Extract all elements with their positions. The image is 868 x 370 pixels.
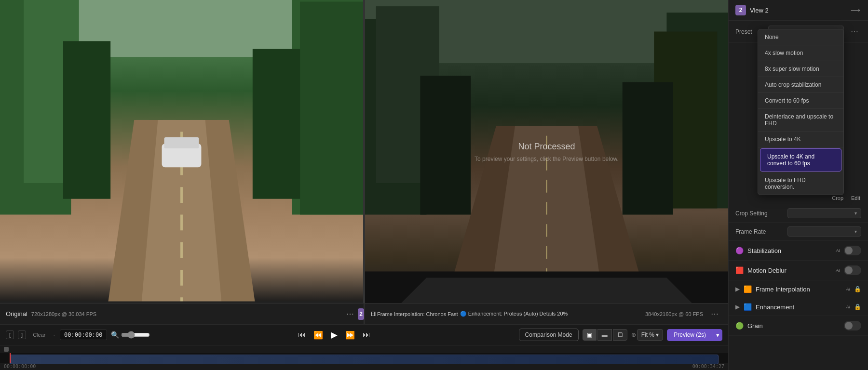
view-mode-buttons: ▣ ▬ ⧠ <box>583 329 627 341</box>
step-back-button[interactable]: ⏪ <box>311 329 326 342</box>
controls-bar: [ ] Clear · 00:00:00:00 🔍 ⏮ ⏪ ▶ ⏩ ⏭ Comp… <box>0 324 728 345</box>
timeline-start: 00:00:00:00 <box>4 364 36 369</box>
frame-interpolation-label: Frame Interpolation <box>756 286 842 293</box>
stabilization-toggle[interactable] <box>844 246 861 255</box>
menu-item-upscale-4k[interactable]: Upscale to 4K <box>758 132 843 147</box>
right-video-info: 🎞 Frame Interpolation: Chronos Fast 🔵 En… <box>364 304 728 324</box>
motion-deblur-toggle[interactable] <box>844 265 861 275</box>
timecode-display[interactable]: 00:00:00:00 <box>60 330 107 340</box>
menu-item-4x-slow[interactable]: 4x slow motion <box>758 45 843 61</box>
frame-interp-icon: 🟧 <box>744 285 752 293</box>
svg-marker-25 <box>401 278 692 303</box>
right-panel-resolution: 3840x2160px @ 60 FPS <box>645 311 703 317</box>
video-info-bar: Original 720x1280px @ 30.034 FPS ⋯ 2 🎞 F… <box>0 303 728 324</box>
view-single-button[interactable]: ▬ <box>597 329 612 341</box>
timeline-clip <box>10 355 719 364</box>
left-panel-resolution: 720x1280px @ 30.034 FPS <box>31 311 96 317</box>
timeline-playhead <box>10 353 11 363</box>
zoom-slider[interactable] <box>121 331 150 339</box>
left-panel-label: Original <box>6 310 27 317</box>
skip-end-button[interactable]: ⏭ <box>360 329 373 341</box>
settings-view-title: View 2 <box>750 7 846 14</box>
left-video-info: Original 720x1280px @ 30.034 FPS ⋯ <box>0 304 364 324</box>
menu-item-60fps[interactable]: Convert to 60 fps <box>758 93 843 109</box>
motion-deblur-ai-badge: AI <box>836 268 840 273</box>
skip-start-button[interactable]: ⏮ <box>295 329 309 341</box>
stabilization-label: Stabilization <box>747 247 832 254</box>
bracket-open-button[interactable]: [ <box>6 330 14 339</box>
enhancement-ai-badge: AI <box>846 304 850 309</box>
crop-action-button[interactable]: Crop <box>828 194 847 202</box>
bracket-close-button[interactable]: ] <box>18 330 26 339</box>
frame-interp-ai-badge: AI <box>846 287 850 291</box>
clear-button[interactable]: Clear <box>30 331 48 339</box>
crop-setting-row: Crop Setting ▾ <box>729 204 868 223</box>
timeline-header <box>0 345 728 353</box>
svg-rect-23 <box>623 82 673 214</box>
left-panel-menu-button[interactable]: ⋯ <box>342 307 358 320</box>
enhancement-label: Enhancement <box>756 304 842 311</box>
frame-interp-chevron: ▶ <box>735 286 740 292</box>
video-panels: 1 <box>0 0 728 303</box>
stabilization-section[interactable]: 🟣 Stabilization AI <box>729 241 868 261</box>
menu-item-upscale-fhd[interactable]: Upscale to FHD conversion. <box>758 172 843 195</box>
crop-setting-label: Crop Setting <box>735 210 784 217</box>
step-forward-button[interactable]: ⏩ <box>342 329 358 342</box>
timeline: 00:00:00:00 00:00:34:27 <box>0 345 728 370</box>
right-video-panel: 2 <box>365 0 728 303</box>
frame-rate-value: ▾ <box>787 226 861 237</box>
timeline-track[interactable] <box>0 353 728 363</box>
zoom-icon: 🔍 <box>111 331 119 339</box>
not-processed-subtitle: To preview your settings, click the Prev… <box>475 155 619 162</box>
play-button[interactable]: ▶ <box>328 328 340 342</box>
grain-label: Grain <box>747 322 840 330</box>
svg-rect-10 <box>63 41 110 198</box>
not-processed-title: Not Processed <box>475 141 619 151</box>
stabilization-ai-badge: AI <box>836 248 840 253</box>
comparison-mode-button[interactable]: Comparison Mode <box>519 329 579 341</box>
menu-item-8x-slow[interactable]: 8x super slow motion <box>758 61 843 77</box>
edit-action-button[interactable]: Edit <box>847 194 864 202</box>
right-panel-menu-button[interactable]: ⋯ <box>707 307 722 320</box>
frame-interpolation-section[interactable]: ▶ 🟧 Frame Interpolation AI 🔒 <box>729 280 868 298</box>
grain-toggle[interactable] <box>844 321 861 330</box>
left-video-svg <box>0 0 363 303</box>
motion-deblur-section[interactable]: 🟥 Motion Deblur AI <box>729 261 868 280</box>
frame-rate-dropdown[interactable]: ▾ <box>787 226 861 237</box>
transport-controls: ⏮ ⏪ ▶ ⏩ ⏭ <box>295 328 373 342</box>
preview-button[interactable]: Preview (2s) <box>667 329 713 341</box>
menu-item-deinterlace[interactable]: Deinterlace and upscale to FHD <box>758 109 843 132</box>
frame-interp-lock-icon: 🔒 <box>854 286 861 292</box>
crop-setting-value: ▾ <box>787 208 861 218</box>
preset-dropdown-menu: None 4x slow motion 8x super slow motion… <box>758 29 844 195</box>
fit-dropdown-button[interactable]: Fit % ▾ <box>637 329 664 341</box>
preview-dropdown-button[interactable]: ▾ <box>713 329 722 341</box>
stabilization-icon: 🟣 <box>735 247 744 254</box>
view-overlay-button[interactable]: ⧠ <box>613 329 627 341</box>
timeline-toggle[interactable] <box>4 347 9 352</box>
view-side-by-side-button[interactable]: ▣ <box>583 329 597 341</box>
not-processed-overlay: Not Processed To preview your settings, … <box>475 141 619 162</box>
panel-2-divider-badge: 2 <box>358 308 364 320</box>
grain-icon: 🟢 <box>735 322 744 330</box>
grain-section[interactable]: 🟢 Grain <box>729 316 868 336</box>
left-video-panel: 1 <box>0 0 363 303</box>
frame-rate-row: Frame Rate ▾ <box>729 223 868 241</box>
enhancement-lock-icon: 🔒 <box>854 304 861 310</box>
svg-rect-4 <box>300 1 363 214</box>
video-area: 1 <box>0 0 728 370</box>
menu-item-none[interactable]: None <box>758 29 843 45</box>
motion-deblur-label: Motion Deblur <box>747 267 832 274</box>
menu-item-auto-crop[interactable]: Auto crop stabilization <box>758 77 843 93</box>
enhancement-section[interactable]: ▶ 🟦 Enhancement AI 🔒 <box>729 298 868 316</box>
preview-controls: Preview (2s) ▾ <box>667 329 722 341</box>
crop-setting-dropdown[interactable]: ▾ <box>787 208 861 218</box>
frame-rate-label: Frame Rate <box>735 228 784 235</box>
motion-deblur-icon: 🟥 <box>735 266 744 274</box>
settings-header: 2 View 2 ⟶ <box>729 0 868 21</box>
settings-collapse-button[interactable]: ⟶ <box>850 5 861 15</box>
left-video-content <box>0 0 363 303</box>
menu-item-upscale-4k-60[interactable]: Upscale to 4K and convert to 60 fps <box>760 148 841 172</box>
zoom-fit-controls: ⊕ Fit % ▾ <box>631 329 664 341</box>
preset-more-button[interactable]: ⋯ <box>848 26 861 37</box>
